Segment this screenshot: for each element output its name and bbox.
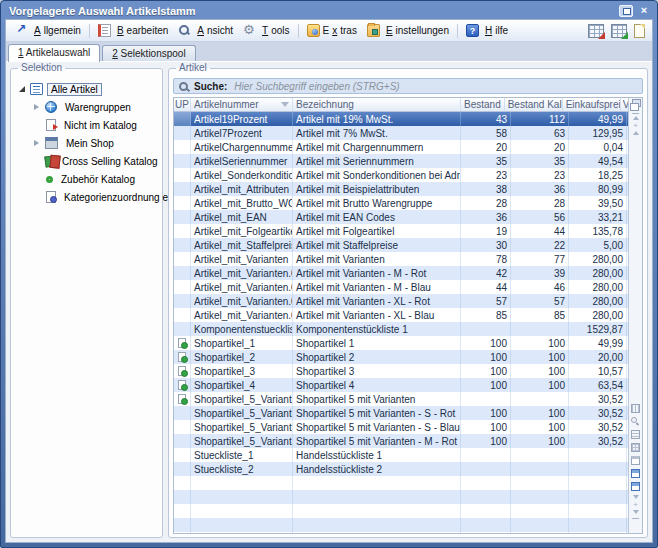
cell-nr: Shopartikel_1 bbox=[191, 336, 293, 350]
expander-closed-icon[interactable] bbox=[32, 140, 41, 146]
cell-nr: Komponentenstueckliste_1 bbox=[191, 322, 293, 336]
column-header-ek[interactable]: Einkaufspreis bbox=[563, 98, 621, 111]
expander-open-icon[interactable] bbox=[17, 86, 26, 92]
menu-separator bbox=[457, 24, 458, 38]
table-row[interactable]: Artikel_mit_Varianten.006Artikel mit Var… bbox=[174, 308, 628, 322]
tree-item-accessories[interactable]: Zubehör Katalog bbox=[17, 170, 159, 188]
cell-ek bbox=[569, 448, 627, 462]
close-icon[interactable] bbox=[637, 4, 651, 18]
search-input[interactable] bbox=[232, 80, 637, 93]
arrow-ne-icon bbox=[15, 24, 28, 37]
new-document-icon[interactable] bbox=[634, 24, 645, 38]
table-row[interactable]: Artikel_mit_StaffelpreiseArtikel mit Sta… bbox=[174, 238, 628, 252]
scroll-up-icon[interactable] bbox=[633, 116, 639, 120]
table-row[interactable]: Shopartikel_4Shopartikel 410010063,5472, bbox=[174, 378, 628, 392]
text-view-icon[interactable] bbox=[631, 430, 640, 439]
menubar-items: AllgemeinBearbeitenAnsichtToolsExtrasEin… bbox=[10, 22, 513, 39]
table-row[interactable]: Artikel_mit_FolgeartikelArtikel mit Folg… bbox=[174, 224, 628, 238]
cell-up bbox=[174, 182, 191, 196]
globe-icon bbox=[45, 101, 57, 113]
tree-item-globe[interactable]: Warengruppen bbox=[17, 98, 159, 116]
cell-up bbox=[174, 266, 191, 280]
table-row[interactable]: Komponentenstueckliste_1Komponentenstück… bbox=[174, 322, 628, 336]
column-header-up[interactable]: UP bbox=[174, 98, 191, 111]
menu-item-extras[interactable]: Extras bbox=[302, 22, 362, 39]
column-header-bestand[interactable]: Bestand bbox=[461, 98, 505, 111]
table-row[interactable]: Stueckliste_2Handelsstückliste 2229 bbox=[174, 462, 628, 476]
table-row[interactable]: Shopartikel_1Shopartikel 110010049,9992, bbox=[174, 336, 628, 350]
table-row[interactable]: Artikel7ProzentArtikel mit 7% MwSt.58631… bbox=[174, 126, 628, 140]
table-row[interactable]: Artikel_SonderkonditionenArtikel mit Son… bbox=[174, 168, 628, 182]
table-row[interactable]: Shopartikel_3Shopartikel 310010010,5721, bbox=[174, 364, 628, 378]
column-chooser-icon[interactable] bbox=[630, 99, 641, 111]
table-row[interactable]: ArtikelSeriennummerArtikel mit Seriennum… bbox=[174, 154, 628, 168]
column-header-kalk[interactable]: Bestand Kalk. bbox=[505, 98, 563, 111]
cell-kalk: 63 bbox=[511, 126, 569, 140]
cell-ek: 280,00 bbox=[569, 280, 627, 294]
scroll-up-icon[interactable] bbox=[633, 131, 639, 135]
preview-icon[interactable] bbox=[631, 456, 640, 465]
cell-nr: Artikel_mit_Varianten.005 bbox=[191, 294, 293, 308]
tree-item-all-articles[interactable]: Alle Artikel bbox=[17, 80, 159, 98]
cell-nr: Artikel_Sonderkonditionen bbox=[191, 168, 293, 182]
expander-closed-icon[interactable] bbox=[32, 104, 41, 110]
table-row[interactable]: Artikel_mit_Brutto_WGRArtikel mit Brutto… bbox=[174, 196, 628, 210]
cell-up bbox=[174, 238, 191, 252]
menu-item-hilfe[interactable]: Hilfe bbox=[461, 22, 513, 39]
cell-kalk: 46 bbox=[511, 280, 569, 294]
table-row[interactable]: ArtikelChargennummerArtikel mit Chargenn… bbox=[174, 140, 628, 154]
grid-header: UPArtikelnummerBezeichnungBestandBestand… bbox=[174, 98, 628, 112]
cell-bestand: 78 bbox=[461, 252, 511, 266]
shop-upload-icon bbox=[178, 366, 186, 376]
table-row[interactable]: Shopartikel_5_Varianten.3Shopartikel 5 m… bbox=[174, 434, 628, 448]
search-tool-icon[interactable] bbox=[631, 417, 640, 426]
tree-item-remove-category[interactable]: Kategorienzuordnung entfernen bbox=[17, 188, 159, 206]
tab-artikelauswahl[interactable]: 1 Artikelauswahl bbox=[8, 44, 100, 62]
menu-item-bearbeiten[interactable]: Bearbeiten bbox=[93, 22, 173, 39]
table-row[interactable]: Shopartikel_5_Varianten.1Shopartikel 5 m… bbox=[174, 406, 628, 420]
card-view-icon[interactable] bbox=[631, 404, 640, 413]
column-header-ve[interactable]: Ve bbox=[621, 98, 628, 111]
scroll-to-top-icon[interactable] bbox=[632, 113, 639, 114]
grid-main: UPArtikelnummerBezeichnungBestandBestand… bbox=[174, 98, 628, 533]
cell-bestand bbox=[461, 504, 511, 518]
menu-item-ansicht[interactable]: Ansicht bbox=[173, 22, 238, 39]
tab-selektionspool[interactable]: 2 Selektionspool bbox=[102, 45, 195, 61]
tree-item-cross-selling[interactable]: Cross Selling Katalog bbox=[17, 152, 159, 170]
table-import-icon[interactable] bbox=[611, 24, 627, 38]
table-row[interactable]: Artikel_mit_AttributenArtikel mit Beispi… bbox=[174, 182, 628, 196]
table-row[interactable]: Artikel_mit_Varianten.005Artikel mit Var… bbox=[174, 294, 628, 308]
cell-kalk: 28 bbox=[511, 196, 569, 210]
layout-window-icon[interactable] bbox=[631, 469, 640, 478]
column-header-nr[interactable]: Artikelnummer bbox=[191, 98, 293, 111]
table-row[interactable]: Artikel_mit_Varianten.004Artikel mit Var… bbox=[174, 280, 628, 294]
table-row[interactable]: Shopartikel_5_Varianten.2Shopartikel 5 m… bbox=[174, 420, 628, 434]
restore-icon[interactable] bbox=[619, 5, 633, 17]
grid-view-icon[interactable] bbox=[631, 443, 640, 452]
cell-up bbox=[174, 252, 191, 266]
table-row[interactable]: Artikel19ProzentArtikel mit 19% MwSt.431… bbox=[174, 112, 628, 126]
splitter-handle-icon[interactable] bbox=[633, 122, 638, 129]
menu-item-allgemein[interactable]: Allgemein bbox=[10, 22, 86, 39]
scroll-down-icon[interactable] bbox=[633, 510, 639, 514]
table-row[interactable]: Artikel_mit_EANArtikel mit EAN Codes3656… bbox=[174, 210, 628, 224]
tree-item-not-in-catalog[interactable]: Nicht im Katalog bbox=[17, 116, 159, 134]
menu-item-einstellungen[interactable]: Einstellungen bbox=[362, 22, 454, 39]
tree-item-shop[interactable]: Mein Shop bbox=[17, 134, 159, 152]
layout-window-icon[interactable] bbox=[631, 482, 640, 491]
table-export-icon[interactable] bbox=[588, 24, 604, 38]
table-row[interactable]: Stueckliste_1Handelsstückliste 1184 bbox=[174, 448, 628, 462]
splitter-handle-icon[interactable] bbox=[633, 501, 638, 508]
cell-kalk bbox=[511, 322, 569, 336]
edit-icon bbox=[98, 24, 111, 37]
scroll-to-bottom-icon[interactable] bbox=[632, 518, 639, 519]
scroll-down-icon[interactable] bbox=[633, 495, 639, 499]
table-row[interactable]: Artikel_mit_Varianten.003Artikel mit Var… bbox=[174, 266, 628, 280]
table-row[interactable]: Shopartikel_5_VariantenShopartikel 5 mit… bbox=[174, 392, 628, 406]
cell-bez: Shopartikel 5 mit Varianten bbox=[293, 392, 461, 406]
table-row[interactable]: Artikel_mit_VariantenArtikel mit Variant… bbox=[174, 252, 628, 266]
expanded-glyph bbox=[19, 86, 25, 92]
menu-item-tools[interactable]: Tools bbox=[238, 22, 294, 39]
column-header-bez[interactable]: Bezeichnung bbox=[293, 98, 461, 111]
table-row[interactable]: Shopartikel_2Shopartikel 210010020,0025, bbox=[174, 350, 628, 364]
